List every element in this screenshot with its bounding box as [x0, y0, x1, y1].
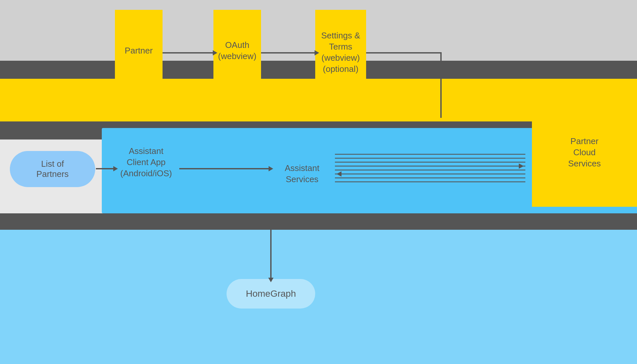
svg-marker-8 — [519, 163, 524, 169]
assistant-client-app-area: AssistantClient App(Android/iOS) — [113, 136, 179, 189]
arrow-setup-to-oauth — [163, 52, 213, 54]
partner-setup-label: Partner — [125, 45, 153, 56]
partner-cloud-box: PartnerCloudServices — [532, 98, 637, 207]
arrow-partners-to-client — [96, 168, 114, 169]
assistant-services-label: AssistantServices — [285, 163, 319, 185]
dark-bar-bottom — [0, 213, 637, 231]
arrow-to-homegraph — [270, 230, 272, 278]
homegraph-ellipse: HomeGraph — [227, 279, 315, 309]
list-of-partners-ellipse: List ofPartners — [10, 151, 95, 187]
oauth-box: OAuth(webview) — [213, 10, 261, 92]
assistant-client-label: AssistantClient App(Android/iOS) — [120, 146, 172, 179]
assistant-services-area: AssistantServices — [269, 148, 335, 200]
arrow-client-to-services — [179, 168, 269, 169]
homegraph-label: HomeGraph — [246, 289, 296, 299]
arrow-settings-h — [366, 52, 442, 54]
settings-terms-label: Settings &Terms(webview)(optional) — [321, 30, 360, 75]
arrow-settings-v — [440, 52, 442, 118]
partner-setup-box: Partner — [115, 10, 163, 92]
oauth-label: OAuth(webview) — [218, 40, 256, 62]
list-partners-label: List ofPartners — [36, 159, 69, 179]
blue-bottom-section — [0, 230, 637, 364]
svg-marker-9 — [337, 171, 341, 177]
settings-terms-box: Settings &Terms(webview)(optional) — [315, 10, 366, 95]
partner-cloud-label: PartnerCloudServices — [568, 136, 601, 169]
parallel-arrows-svg — [335, 151, 535, 190]
arrow-oauth-to-settings — [261, 52, 315, 54]
